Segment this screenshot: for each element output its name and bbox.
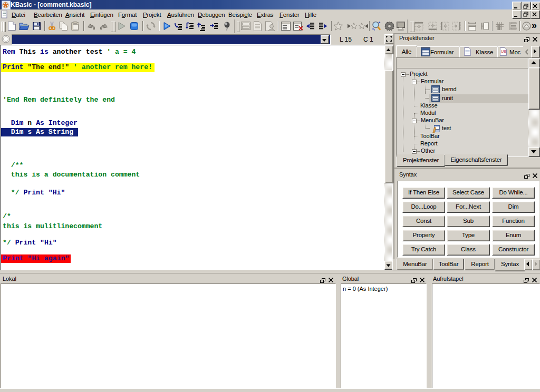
svg-text:UB: UB [501,50,506,53]
